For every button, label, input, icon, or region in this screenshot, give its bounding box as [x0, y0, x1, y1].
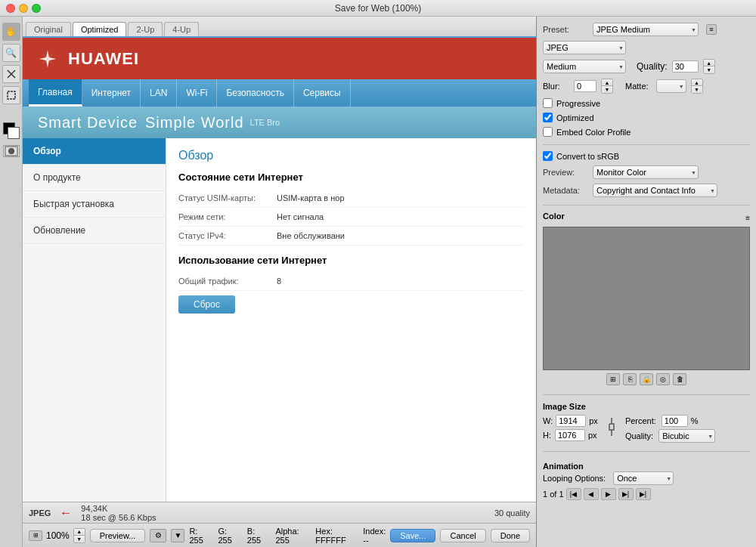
quality-down[interactable]: ▼: [704, 66, 714, 73]
sidebar-item-setup[interactable]: Быстрая установка: [23, 191, 166, 218]
metadata-label: Metadata:: [543, 186, 588, 195]
reset-button[interactable]: Сброс: [178, 295, 235, 314]
format-select[interactable]: JPEG: [543, 41, 626, 54]
save-button[interactable]: Save...: [390, 529, 435, 542]
metadata-select[interactable]: Copyright and Contact Info: [593, 184, 717, 197]
done-button[interactable]: Done: [491, 529, 530, 542]
color-menu-icon[interactable]: ≡: [745, 214, 750, 222]
select-tool[interactable]: [2, 86, 20, 104]
mask-button[interactable]: [3, 145, 20, 157]
copy-color-icon[interactable]: ⎘: [623, 373, 637, 385]
preview-button[interactable]: Preview...: [90, 529, 146, 542]
progressive-checkbox[interactable]: [543, 98, 553, 108]
hw-row-usim: Статус USIM-карты: USIM-карта в нор: [178, 189, 524, 208]
zoom-tool[interactable]: 🔍: [2, 44, 20, 62]
optimized-row: Optimized: [543, 113, 750, 122]
optimized-checkbox[interactable]: [543, 113, 553, 122]
quality-spinner[interactable]: ▲ ▼: [703, 59, 715, 74]
new-color-icon[interactable]: ⊞: [606, 373, 620, 385]
snap-color-icon[interactable]: ◎: [656, 373, 670, 385]
play-btn[interactable]: ▶: [601, 488, 616, 500]
nav-item-internet[interactable]: Интернет: [82, 79, 141, 107]
tab-optimized[interactable]: Optimized: [73, 22, 127, 36]
preview-container: HUAWEI Главная Интернет LAN Wi-Fi Безопа…: [23, 38, 536, 502]
blur-spinner[interactable]: ▲ ▼: [601, 79, 613, 94]
hw-traffic-label: Общий трафик:: [178, 277, 277, 286]
height-input[interactable]: [555, 429, 585, 441]
sidebar-item-update[interactable]: Обновление: [23, 218, 166, 244]
matte-down[interactable]: ▼: [692, 86, 702, 93]
preset-menu-icon[interactable]: ≡: [706, 24, 717, 35]
embed-color-checkbox[interactable]: [543, 127, 553, 137]
matte-select[interactable]: [656, 79, 686, 93]
hand-tool[interactable]: ✋: [2, 23, 20, 41]
prev-frame-btn[interactable]: ◀: [584, 488, 599, 500]
quality-up[interactable]: ▲: [704, 60, 714, 66]
tab-4up[interactable]: 4-Up: [164, 22, 199, 36]
maximize-button[interactable]: [32, 4, 41, 13]
nav-item-lan[interactable]: LAN: [141, 79, 177, 107]
zoom-down[interactable]: ▼: [74, 536, 85, 542]
window-controls[interactable]: [6, 4, 41, 13]
last-frame-btn[interactable]: ▶|: [636, 488, 651, 500]
preview-setting-select[interactable]: Monitor Color: [593, 165, 699, 179]
color-preview-box: [543, 227, 750, 370]
nav-item-services[interactable]: Сервисы: [294, 79, 351, 107]
nav-item-glavnaya[interactable]: Главная: [29, 79, 82, 107]
compression-select-wrapper: Medium: [543, 60, 626, 73]
matte-label: Matte:: [625, 82, 649, 91]
preview-settings-icon[interactable]: ⚙: [150, 529, 166, 542]
preview-setting-label: Preview:: [543, 168, 588, 177]
tab-2up[interactable]: 2-Up: [128, 22, 163, 36]
compression-select[interactable]: Medium: [543, 60, 626, 73]
lock-color-icon[interactable]: 🔒: [640, 373, 653, 385]
cancel-button[interactable]: Cancel: [440, 529, 485, 542]
nav-item-security[interactable]: Безопасность: [217, 79, 294, 107]
nav-item-wifi[interactable]: Wi-Fi: [177, 79, 217, 107]
minimize-button[interactable]: [19, 4, 28, 13]
color-header: Color ≡: [543, 212, 750, 224]
preset-row: Preset: JPEG Medium ≡: [543, 23, 750, 36]
zoom-up[interactable]: ▲: [74, 529, 85, 536]
width-input[interactable]: [556, 415, 586, 427]
preview-setting-row: Preview: Monitor Color: [543, 165, 750, 179]
first-frame-btn[interactable]: |◀: [566, 488, 581, 500]
resample-select[interactable]: Bicubic: [658, 429, 715, 443]
hw-nav: Главная Интернет LAN Wi-Fi Безопасность …: [23, 79, 536, 107]
zoom-icon[interactable]: ⊞: [29, 530, 42, 541]
image-size-section: Image Size W: px H: px: [543, 401, 750, 445]
hw-banner-sub: Simple World: [145, 114, 244, 131]
tab-original[interactable]: Original: [26, 22, 71, 36]
percent-input[interactable]: [662, 415, 688, 427]
sidebar-item-product[interactable]: О продукте: [23, 165, 166, 191]
blur-down[interactable]: ▼: [602, 86, 612, 93]
hw-main: Обзор Состояние сети Интернет Статус USI…: [166, 138, 536, 502]
quality-info: 30 quality: [494, 508, 530, 518]
preview-panel: Original Optimized 2-Up 4-Up: [23, 17, 537, 547]
looping-row: Looping Options: Once: [543, 471, 750, 485]
background-color[interactable]: [8, 127, 20, 139]
zoom-spinner[interactable]: ▲ ▼: [73, 528, 85, 543]
hex-value: Hex: FFFFFF: [315, 527, 352, 545]
embed-color-label: Embed Color Profile: [556, 128, 631, 137]
quality-input[interactable]: [672, 60, 699, 73]
matte-spinner[interactable]: ▲ ▼: [691, 79, 703, 94]
sidebar-item-obzor[interactable]: Обзор: [23, 138, 166, 165]
preview-toggle-icon[interactable]: ▼: [171, 529, 184, 542]
close-button[interactable]: [6, 4, 15, 13]
blur-input[interactable]: [574, 80, 596, 92]
hw-card1-title: Состояние сети Интернет: [178, 172, 524, 183]
looping-select[interactable]: Once: [613, 471, 674, 485]
blur-up[interactable]: ▲: [602, 79, 612, 86]
next-frame-btn[interactable]: ▶|: [618, 488, 634, 500]
matte-up[interactable]: ▲: [692, 79, 702, 86]
convert-srgb-checkbox[interactable]: [543, 151, 553, 161]
preset-select[interactable]: JPEG Medium: [593, 23, 699, 36]
delete-color-icon[interactable]: 🗑: [673, 373, 686, 385]
zoom-value: 100%: [46, 530, 70, 541]
hw-card2-title: Использование сети Интернет: [178, 255, 524, 266]
preview-setting-select-wrapper: Monitor Color: [593, 165, 699, 179]
hw-row-ipv4-label: Статус IPv4:: [178, 231, 277, 240]
preset-label: Preset:: [543, 25, 588, 34]
slice-tool[interactable]: [2, 65, 20, 83]
